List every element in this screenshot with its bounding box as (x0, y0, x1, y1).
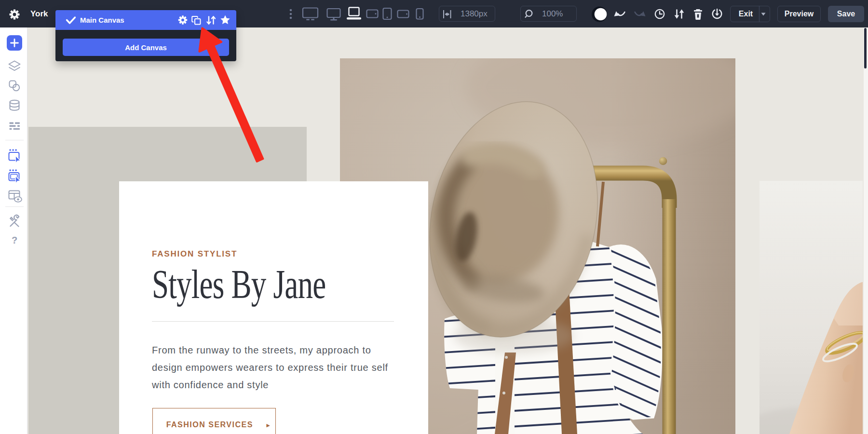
svg-text:?: ? (12, 235, 17, 245)
